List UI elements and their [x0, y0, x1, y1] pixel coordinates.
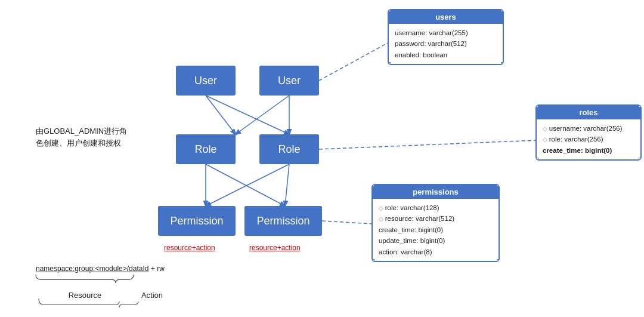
- roles-table-header: roles: [537, 106, 640, 119]
- corner-sq: [639, 104, 642, 107]
- roles-table-body: ◇ username: varchar(256) ◇ role: varchar…: [537, 119, 640, 159]
- pk-icon: ◇: [379, 205, 385, 211]
- corner-sq: [535, 158, 538, 161]
- users-field-username: username: varchar(255): [395, 27, 497, 38]
- svg-line-2: [236, 96, 289, 134]
- resource-action-1: resource+action: [164, 242, 215, 253]
- diagram-container: User User Role Role Permission Permissio…: [0, 0, 644, 317]
- svg-line-1: [206, 96, 289, 134]
- perm-field-resource: ◇ resource: varchar(512): [379, 213, 493, 224]
- corner-sq: [497, 184, 500, 187]
- user2-box: User: [259, 66, 319, 96]
- namespace-underline: namespace:group:<module>/dataId: [36, 264, 148, 273]
- svg-line-9: [319, 140, 537, 149]
- corner-sq: [371, 184, 374, 187]
- svg-line-0: [206, 96, 236, 134]
- users-table: users username: varchar(255) password: v…: [388, 9, 504, 65]
- users-field-password: password: varchar(512): [395, 38, 497, 49]
- corner-sq: [501, 62, 504, 65]
- permissions-table-header: permissions: [373, 185, 499, 199]
- role2-box: Role: [259, 134, 319, 164]
- corner-sq: [535, 104, 538, 107]
- corner-sq: [388, 62, 391, 65]
- svg-line-10: [322, 221, 373, 224]
- user1-box: User: [176, 66, 236, 96]
- roles-field-username: ◇ username: varchar(256): [543, 123, 634, 134]
- role1-box: Role: [176, 134, 236, 164]
- resource-label: Resource: [42, 291, 128, 300]
- perm-field-update-time: update_time: bigint(0): [379, 235, 493, 246]
- users-table-body: username: varchar(255) password: varchar…: [389, 24, 503, 64]
- pk-icon: ◇: [543, 136, 549, 143]
- action-label: Action: [128, 291, 176, 300]
- roles-field-role: ◇ role: varchar(256): [543, 134, 634, 144]
- users-field-enabled: enabled: boolean: [395, 50, 497, 60]
- perm1-box: Permission: [158, 206, 236, 236]
- corner-sq: [371, 259, 374, 262]
- permissions-table: permissions ◇ role: varchar(128) ◇ resou…: [371, 184, 500, 262]
- pk-icon: ◇: [379, 216, 385, 222]
- corner-sq: [497, 259, 500, 262]
- corner-sq: [388, 9, 391, 12]
- roles-field-create-time: create_time: bigint(0): [543, 145, 634, 156]
- resource-action-2: resource+action: [249, 242, 301, 253]
- admin-label: 由GLOBAL_ADMIN进行角色创建、用户创建和授权: [36, 125, 143, 149]
- namespace-label: namespace:group:<module>/dataId + rw: [36, 264, 165, 273]
- corner-sq: [639, 158, 642, 161]
- pk-icon: ◇: [543, 125, 549, 132]
- corner-sq: [501, 9, 504, 12]
- perm2-box: Permission: [244, 206, 322, 236]
- svg-line-8: [319, 43, 388, 81]
- perm-field-action: action: varchar(8): [379, 247, 493, 257]
- perm-field-create-time: create_time: bigint(0): [379, 224, 493, 235]
- perm-field-role: ◇ role: varchar(128): [379, 202, 493, 213]
- resource-brace-svg: [35, 275, 160, 293]
- svg-line-6: [206, 164, 289, 206]
- users-table-header: users: [389, 10, 503, 24]
- svg-line-5: [206, 164, 285, 206]
- roles-table: roles ◇ username: varchar(256) ◇ role: v…: [535, 104, 642, 161]
- svg-line-7: [285, 164, 289, 206]
- permissions-table-body: ◇ role: varchar(128) ◇ resource: varchar…: [373, 199, 499, 261]
